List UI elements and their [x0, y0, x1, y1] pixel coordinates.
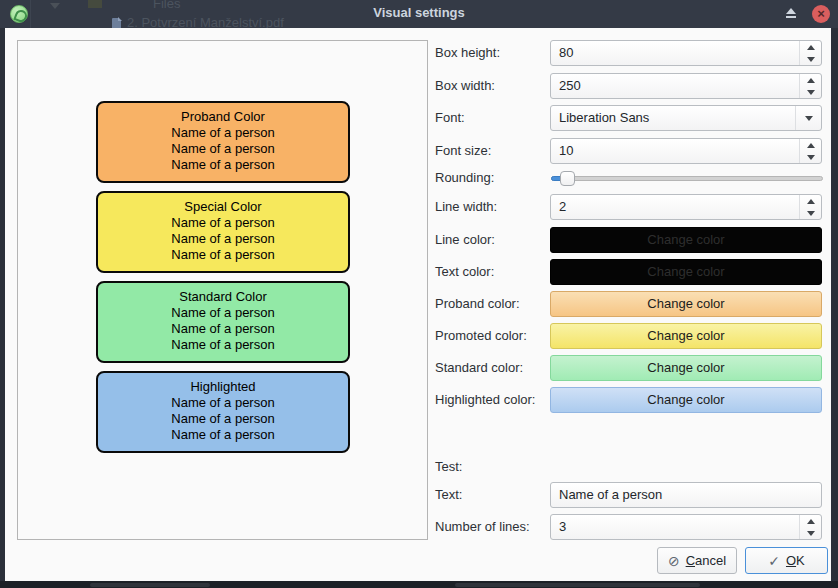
- box-width-label: Box width:: [435, 73, 495, 99]
- number-of-lines-spin-up-icon[interactable]: [800, 515, 821, 527]
- font-size-spin-up-icon[interactable]: [800, 139, 821, 151]
- line-width-label: Line width:: [435, 194, 497, 220]
- font-size-label: Font size:: [435, 138, 491, 164]
- promoted-color-change-button[interactable]: Change color: [550, 323, 822, 349]
- proband-color-change-button[interactable]: Change color: [550, 291, 822, 317]
- font-size-value: 10: [559, 143, 573, 158]
- line-width-value: 2: [559, 199, 566, 214]
- titlebar: Files 2. Potvrzení Manželství.pdf Visual…: [0, 0, 838, 28]
- box-width-value: 250: [559, 78, 581, 93]
- close-button[interactable]: ×: [812, 5, 830, 23]
- visual-settings-dialog: Files 2. Potvrzení Manželství.pdf Visual…: [0, 0, 838, 588]
- promoted-color-label: Promoted color:: [435, 323, 527, 349]
- check-icon: ✓: [768, 553, 780, 569]
- box-height-label: Box height:: [435, 40, 500, 66]
- number-of-lines-spin-down-icon[interactable]: [800, 527, 821, 539]
- text-input-value: Name of a person: [559, 487, 662, 502]
- highlighted-color-label: Highlighted color:: [435, 387, 535, 413]
- line-width-spinbox[interactable]: 2: [550, 194, 822, 220]
- standard-color-label: Standard color:: [435, 355, 523, 381]
- cancel-icon: ⊘: [668, 553, 680, 569]
- number-of-lines-label: Number of lines:: [435, 514, 530, 540]
- rounding-label: Rounding:: [435, 165, 494, 191]
- box-height-spin-down-icon[interactable]: [800, 53, 821, 65]
- rounding-slider-track[interactable]: [551, 176, 823, 181]
- background-text-smudge: [90, 583, 210, 587]
- box-width-spin-up-icon[interactable]: [800, 74, 821, 86]
- font-value: Liberation Sans: [559, 110, 649, 125]
- dialog-title: Visual settings: [0, 0, 838, 28]
- text-color-label: Text color:: [435, 259, 494, 285]
- text-color-change-button[interactable]: Change color: [550, 259, 822, 285]
- line-color-change-button[interactable]: Change color: [550, 227, 822, 253]
- box-height-spinbox[interactable]: 80: [550, 40, 822, 66]
- number-of-lines-value: 3: [559, 519, 566, 534]
- box-width-spinbox[interactable]: 250: [550, 73, 822, 99]
- preview-box-line: Name of a person: [98, 411, 348, 427]
- number-of-lines-spinbox[interactable]: 3: [550, 514, 822, 540]
- standard-color-change-button[interactable]: Change color: [550, 355, 822, 381]
- font-size-spinbox[interactable]: 10: [550, 138, 822, 164]
- text-label: Text:: [435, 482, 462, 508]
- cancel-button[interactable]: ⊘ Cancel: [657, 547, 737, 574]
- font-label: Font:: [435, 105, 465, 131]
- preview-box-line: Name of a person: [98, 427, 348, 443]
- rounding-slider[interactable]: [551, 165, 823, 191]
- test-section-label: Test:: [435, 454, 462, 480]
- rounding-slider-handle[interactable]: [560, 171, 575, 186]
- box-height-spin-up-icon[interactable]: [800, 41, 821, 53]
- bottom-window-frame: [0, 581, 838, 588]
- highlighted-color-change-button[interactable]: Change color: [550, 387, 822, 413]
- box-height-value: 80: [559, 45, 573, 60]
- cancel-button-label: Cancel: [686, 553, 726, 568]
- ok-button[interactable]: ✓ OK: [745, 547, 828, 574]
- line-width-spin-up-icon[interactable]: [800, 195, 821, 207]
- background-text-smudge: [455, 583, 700, 587]
- app-logo-icon: [10, 5, 28, 23]
- box-width-spin-down-icon[interactable]: [800, 86, 821, 98]
- line-width-spin-down-icon[interactable]: [800, 207, 821, 219]
- maximize-eject-icon[interactable]: [784, 8, 798, 20]
- ok-button-label: OK: [786, 553, 805, 568]
- proband-color-label: Proband color:: [435, 291, 520, 317]
- line-color-label: Line color:: [435, 227, 495, 253]
- combo-chevron-down-icon[interactable]: [795, 106, 821, 130]
- eject-bar: [786, 16, 796, 18]
- eject-triangle: [786, 8, 796, 14]
- font-size-spin-down-icon[interactable]: [800, 151, 821, 163]
- text-input[interactable]: Name of a person: [550, 482, 822, 508]
- dialog-content: Proband Color Name of a person Name of a…: [5, 28, 831, 581]
- font-combobox[interactable]: Liberation Sans: [550, 105, 822, 131]
